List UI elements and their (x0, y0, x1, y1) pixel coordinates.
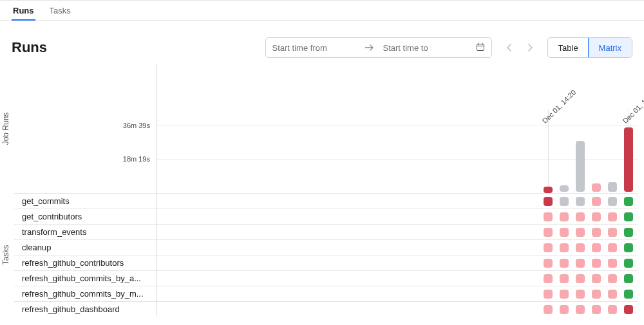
job-run-bar[interactable] (576, 141, 585, 192)
task-row (156, 209, 638, 224)
task-cell[interactable] (544, 243, 553, 252)
task-cell[interactable] (608, 305, 617, 314)
task-cell[interactable] (624, 305, 633, 314)
gridline (156, 125, 638, 126)
task-cell[interactable] (544, 197, 553, 206)
time-label: Dec 01, 15:30 (621, 88, 644, 125)
vertical-axis-labels: Job Runs Tasks (0, 64, 14, 317)
task-cell[interactable] (624, 274, 633, 283)
svg-rect-0 (477, 44, 484, 50)
start-time-to-input[interactable] (377, 39, 473, 57)
plot-area: 18m 19s36m 39sDec 01, 14:20Dec 01, 15:30 (156, 64, 644, 317)
gridline (156, 159, 638, 160)
job-run-bar[interactable] (608, 182, 617, 192)
task-cell[interactable] (560, 290, 569, 299)
task-label[interactable]: refresh_github_commits_by_m... (14, 286, 156, 301)
task-label[interactable]: cleanup (14, 239, 156, 255)
task-cell[interactable] (560, 305, 569, 314)
pager (501, 39, 538, 56)
y-tick-label: 36m 39s (111, 122, 150, 129)
task-cell[interactable] (624, 212, 633, 221)
arrow-right-icon (363, 43, 377, 53)
task-label[interactable]: refresh_github_dashboard (14, 301, 156, 317)
time-label: Dec 01, 14:20 (541, 88, 578, 125)
axis-label-tasks: Tasks (1, 193, 10, 317)
view-table-button[interactable]: Table (548, 38, 589, 57)
job-runs-bar-chart: 18m 19s36m 39sDec 01, 14:20Dec 01, 15:30 (156, 64, 638, 193)
task-cell[interactable] (592, 243, 601, 252)
task-cell[interactable] (592, 228, 601, 237)
task-cell[interactable] (624, 259, 633, 268)
task-row (156, 286, 638, 301)
matrix-view: Job Runs Tasks get_commitsget_contributo… (0, 64, 644, 317)
tab-tasks[interactable]: Tasks (48, 2, 72, 21)
prev-page-button[interactable] (501, 39, 518, 56)
task-cell[interactable] (560, 274, 569, 283)
task-row (156, 239, 638, 255)
task-label[interactable]: transform_events (14, 224, 156, 239)
task-label[interactable]: refresh_github_contributors (14, 255, 156, 270)
task-cell[interactable] (608, 290, 617, 299)
task-cell[interactable] (544, 259, 553, 268)
task-cell[interactable] (576, 197, 585, 206)
axis-label-job-runs: Job Runs (1, 64, 10, 193)
task-cell[interactable] (576, 259, 585, 268)
task-cell[interactable] (624, 197, 633, 206)
task-label[interactable]: get_commits (14, 193, 156, 209)
task-cell[interactable] (608, 243, 617, 252)
job-run-bar[interactable] (560, 185, 569, 192)
task-cell[interactable] (576, 243, 585, 252)
task-cell[interactable] (608, 274, 617, 283)
task-labels-column: get_commitsget_contributorstransform_eve… (14, 64, 156, 317)
view-toggle: Table Matrix (547, 37, 632, 58)
task-cell[interactable] (560, 259, 569, 268)
tab-strip: Runs Tasks (0, 0, 644, 21)
task-cell[interactable] (592, 305, 601, 314)
task-cell[interactable] (544, 305, 553, 314)
task-cell[interactable] (544, 274, 553, 283)
task-cell[interactable] (576, 212, 585, 221)
job-run-bar[interactable] (624, 127, 633, 192)
task-row (156, 193, 638, 209)
next-page-button[interactable] (522, 39, 538, 56)
task-cell[interactable] (608, 228, 617, 237)
task-cell[interactable] (544, 228, 553, 237)
task-cell[interactable] (624, 243, 633, 252)
task-cell[interactable] (560, 212, 569, 221)
task-row (156, 270, 638, 286)
task-label[interactable]: get_contributors (14, 209, 156, 224)
task-cell[interactable] (624, 290, 633, 299)
job-run-bar[interactable] (592, 183, 601, 192)
task-cell[interactable] (608, 212, 617, 221)
calendar-icon[interactable] (473, 42, 491, 53)
task-cell[interactable] (592, 259, 601, 268)
task-cell[interactable] (608, 197, 617, 206)
task-cell[interactable] (560, 243, 569, 252)
task-cell[interactable] (576, 274, 585, 283)
task-cell[interactable] (592, 197, 601, 206)
task-label[interactable]: refresh_github_commits_by_a... (14, 270, 156, 286)
task-cell[interactable] (576, 228, 585, 237)
task-matrix (156, 193, 638, 317)
task-cell[interactable] (592, 212, 601, 221)
task-cell[interactable] (608, 259, 617, 268)
tab-runs[interactable]: Runs (12, 2, 35, 21)
task-cell[interactable] (544, 212, 553, 221)
task-cell[interactable] (576, 290, 585, 299)
task-cell[interactable] (592, 274, 601, 283)
view-matrix-button[interactable]: Matrix (589, 38, 632, 57)
task-row (156, 255, 638, 270)
page-title: Runs (12, 39, 47, 56)
y-tick-label: 18m 19s (111, 155, 150, 163)
task-cell[interactable] (592, 290, 601, 299)
task-cell[interactable] (560, 197, 569, 206)
job-run-bar[interactable] (544, 187, 553, 193)
task-cell[interactable] (544, 290, 553, 299)
start-time-from-input[interactable] (266, 39, 363, 57)
header-controls: Table Matrix (265, 37, 632, 58)
task-cell[interactable] (624, 228, 633, 237)
task-row (156, 301, 638, 317)
task-cell[interactable] (576, 305, 585, 314)
task-row (156, 224, 638, 239)
task-cell[interactable] (560, 228, 569, 237)
